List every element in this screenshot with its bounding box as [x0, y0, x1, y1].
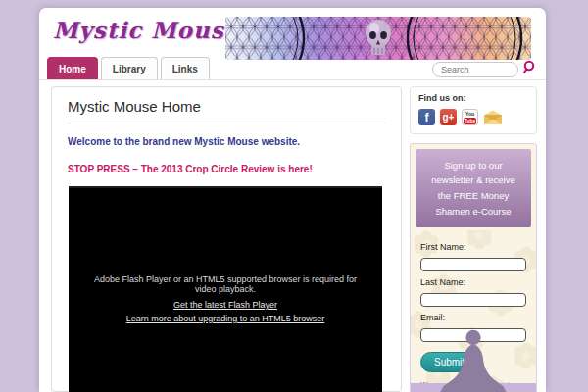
email-label: Email:: [420, 313, 526, 322]
page-title: Mystic Mouse Home: [68, 98, 385, 123]
video-player[interactable]: Adobe Flash Player or an HTML5 supported…: [69, 186, 382, 392]
facebook-icon[interactable]: f: [418, 109, 435, 125]
newsletter-widget: Sign up to our newsletter & receive the …: [410, 143, 537, 392]
stop-press-link[interactable]: STOP PRESS – The 2013 Crop Circle Review…: [68, 164, 385, 174]
html5-upgrade-link[interactable]: Learn more about upgrading to an HTML5 b…: [82, 314, 368, 323]
nav-tabs: Home Library Links: [47, 57, 210, 79]
find-us-title: Find us on:: [418, 93, 528, 103]
find-us-widget: Find us on: f g+ You Tube: [410, 86, 537, 134]
youtube-icon[interactable]: You Tube: [462, 109, 478, 125]
main-content: Mystic Mouse Home Welcome to the brand n…: [51, 86, 402, 392]
first-name-field[interactable]: [420, 258, 526, 271]
newsletter-heading: Sign up to our newsletter & receive the …: [416, 149, 531, 227]
sidebar: Find us on: f g+ You Tube: [410, 86, 537, 392]
flash-player-link[interactable]: Get the latest Flash Player: [82, 300, 368, 310]
video-fallback-message: Adobe Flash Player or an HTML5 supported…: [82, 274, 368, 294]
tab-links[interactable]: Links: [161, 57, 210, 79]
first-name-label: First Name:: [420, 242, 526, 252]
site-container: Mystic Mouse: [39, 8, 546, 392]
welcome-text: Welcome to the brand new Mystic Mouse we…: [68, 136, 385, 147]
last-name-field[interactable]: [420, 293, 526, 307]
email-icon[interactable]: [483, 110, 503, 125]
site-header: Mystic Mouse: [39, 8, 546, 54]
last-name-label: Last Name:: [420, 277, 526, 287]
page: Mystic Mouse: [0, 0, 588, 392]
tab-library[interactable]: Library: [101, 57, 158, 79]
google-plus-icon[interactable]: g+: [440, 109, 457, 125]
social-icons: f g+ You Tube: [418, 109, 528, 125]
search-icon: [522, 60, 537, 74]
site-logo[interactable]: Mystic Mouse: [53, 17, 239, 43]
search-input[interactable]: [432, 62, 518, 77]
search-button[interactable]: [522, 60, 537, 74]
main-nav: Home Library Links: [39, 54, 546, 80]
tab-home[interactable]: Home: [47, 57, 98, 79]
meditation-figure: [431, 328, 515, 392]
search-area: [432, 59, 518, 77]
